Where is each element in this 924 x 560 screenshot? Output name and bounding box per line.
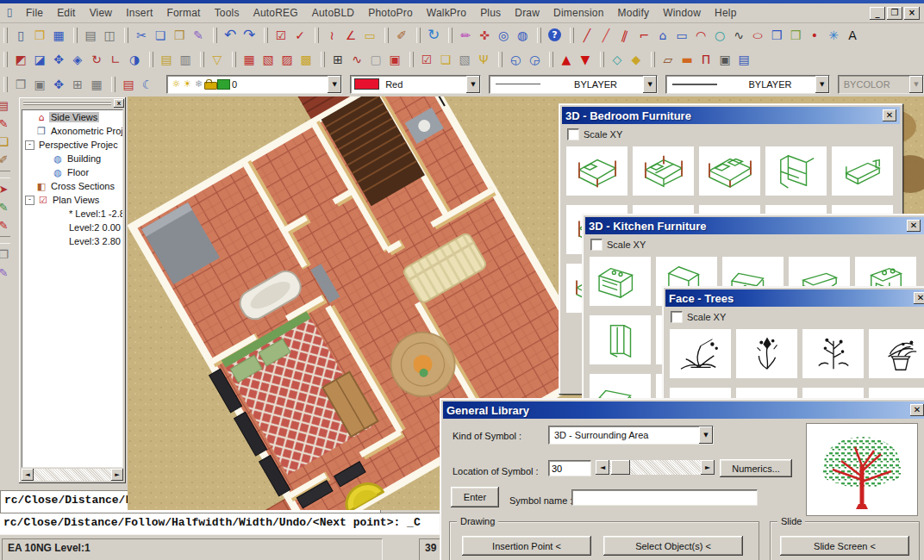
hierarchy-icon[interactable]: Ψ bbox=[474, 51, 493, 69]
view-disc-b-icon[interactable]: ◶ bbox=[525, 51, 544, 69]
tree-item[interactable]: Level:3 2.80 bbox=[22, 234, 122, 248]
numerics-button[interactable]: Numerics... bbox=[720, 459, 792, 477]
named-views-icon[interactable]: ◈ bbox=[68, 51, 87, 69]
general-library-close-icon[interactable]: ✕ bbox=[910, 404, 924, 416]
wall-pen-icon[interactable]: ▨ bbox=[278, 51, 297, 69]
bedroom-dialog-titlebar[interactable]: 3D - Bedroom Furniture ✕ bbox=[562, 107, 900, 124]
dock-pencil2-icon[interactable]: ✎ bbox=[0, 216, 14, 234]
open-file-icon[interactable]: ❐ bbox=[30, 26, 49, 44]
spline-icon[interactable]: ∿ bbox=[729, 26, 748, 44]
insertion-point-button[interactable]: Insertion Point < bbox=[462, 536, 591, 556]
printer-bed-icon[interactable]: ▤ bbox=[734, 51, 753, 69]
lineweight-dropdown-arrow-icon[interactable]: ▼ bbox=[815, 76, 829, 93]
properties-icon[interactable]: ▥ bbox=[176, 51, 195, 69]
menu-edit[interactable]: Edit bbox=[50, 4, 82, 22]
shade-icon[interactable]: ◑ bbox=[125, 51, 144, 69]
location-scroll-thumb[interactable] bbox=[611, 460, 630, 475]
tree-expand-icon[interactable]: - bbox=[25, 140, 34, 150]
lineweight-dropdown[interactable]: BYLAYER ▼ bbox=[665, 75, 830, 94]
layer-state-bulb-icon[interactable]: ☼ bbox=[171, 78, 182, 90]
restore-button[interactable]: ❐ bbox=[887, 7, 902, 20]
scroll-left-icon[interactable]: ◄ bbox=[22, 469, 34, 481]
polyline-edit-icon[interactable]: ≀ bbox=[322, 26, 341, 44]
kind-of-symbol-dropdown[interactable]: 3D - Surrounding Area ▼ bbox=[548, 426, 714, 445]
insert-block-icon[interactable]: ❒ bbox=[767, 26, 786, 44]
bedroom-dialog-close-icon[interactable]: ✕ bbox=[883, 109, 896, 121]
paste-icon[interactable]: ❒ bbox=[170, 26, 189, 44]
tree-item[interactable]: Level:2 0.00 bbox=[22, 221, 122, 234]
new-file-icon[interactable]: ▯ bbox=[11, 26, 30, 44]
chair-icon[interactable]: Π bbox=[696, 51, 715, 69]
wardrobe-icon[interactable]: ▱ bbox=[659, 51, 677, 69]
bedroom-scale-xy-checkbox[interactable] bbox=[567, 128, 579, 140]
print-preview-icon[interactable]: ◫ bbox=[100, 26, 119, 44]
symbol-thumbnail-bunk[interactable] bbox=[765, 146, 827, 196]
menu-help[interactable]: Help bbox=[708, 4, 743, 22]
redo-icon[interactable]: ↷ bbox=[240, 26, 259, 44]
arc-icon[interactable]: ◠ bbox=[691, 26, 710, 44]
close-button[interactable]: × bbox=[904, 7, 920, 20]
zoom-realtime-icon[interactable]: ✜ bbox=[475, 26, 494, 44]
store-window-icon[interactable]: ▦ bbox=[87, 75, 106, 93]
copy-entities-icon[interactable]: ❏ bbox=[436, 51, 455, 69]
symbol-thumbnail-plant-4[interactable] bbox=[869, 329, 924, 378]
circle-icon[interactable]: ○ bbox=[710, 26, 729, 44]
color-dropdown[interactable]: Red ▼ bbox=[350, 75, 481, 94]
dock-pencil-grn-icon[interactable]: ✎ bbox=[0, 198, 14, 216]
layer-state-chip-icon[interactable] bbox=[217, 79, 230, 90]
location-scrollbar[interactable]: ◄ ► bbox=[596, 460, 715, 475]
multiline-icon[interactable]: ∥ bbox=[613, 23, 636, 47]
wall-dimension-icon[interactable]: ▩ bbox=[297, 51, 315, 69]
scroll-right-icon[interactable]: ► bbox=[111, 469, 123, 481]
kitchen-scale-xy-checkbox[interactable] bbox=[590, 239, 602, 251]
menu-autoreg[interactable]: AutoREG bbox=[247, 4, 305, 22]
tree-item[interactable]: * Level:1 -2.8 bbox=[22, 207, 122, 221]
render-moon-icon[interactable]: ☾ bbox=[138, 75, 157, 93]
symbol-thumbnail-bed-single[interactable] bbox=[832, 146, 893, 196]
box-3d-icon[interactable]: ▧ bbox=[455, 51, 474, 69]
tree-item[interactable]: ◍Building bbox=[22, 152, 122, 165]
couch-icon[interactable]: ▬ bbox=[677, 51, 696, 69]
dim-check-icon[interactable]: ✓ bbox=[290, 26, 309, 44]
menu-format[interactable]: Format bbox=[159, 4, 207, 22]
layer-state-freeze-icon[interactable]: ❄ bbox=[193, 78, 204, 90]
door-panel-icon[interactable]: ❐ bbox=[11, 75, 30, 93]
check-pencil-icon[interactable]: ☑ bbox=[417, 51, 436, 69]
rotate-view-icon[interactable]: ↻ bbox=[87, 51, 106, 69]
menu-window[interactable]: Window bbox=[656, 4, 708, 22]
menu-plus[interactable]: Plus bbox=[473, 4, 508, 22]
polygon-icon[interactable]: ⌂ bbox=[653, 26, 672, 44]
menu-modify[interactable]: Modify bbox=[611, 4, 657, 22]
construction-line-icon[interactable]: ╱ bbox=[596, 26, 615, 44]
palette-titlebar[interactable]: x bbox=[19, 97, 126, 109]
menu-draw[interactable]: Draw bbox=[508, 4, 546, 22]
select-objects-button[interactable]: Select Object(s) < bbox=[603, 536, 743, 556]
location-scroll-track[interactable] bbox=[609, 460, 701, 475]
palette-scrollbar[interactable]: ◄ ► bbox=[22, 469, 123, 481]
symbol-thumbnail-stove[interactable] bbox=[590, 257, 651, 306]
format-painter-icon[interactable]: ✎ bbox=[189, 26, 208, 44]
menu-photopro[interactable]: PhotoPro bbox=[361, 4, 420, 22]
view-top-icon[interactable]: ◩ bbox=[11, 51, 30, 69]
copy-icon[interactable]: ❏ bbox=[151, 26, 170, 44]
move-views-icon[interactable]: ✥ bbox=[49, 75, 68, 93]
blank-box-icon[interactable]: ▢ bbox=[366, 51, 385, 69]
menu-tools[interactable]: Tools bbox=[208, 4, 247, 22]
rectangle-icon[interactable]: ▭ bbox=[672, 26, 691, 44]
tree-expand-icon[interactable]: - bbox=[25, 196, 34, 205]
layer-state-lock-icon[interactable] bbox=[204, 78, 217, 90]
menu-autobld[interactable]: AutoBLD bbox=[305, 4, 361, 22]
layers-icon[interactable]: ▤ bbox=[157, 51, 176, 69]
trees-dialog-titlebar[interactable]: Face - Trees ✕ bbox=[665, 289, 924, 307]
symbol-thumbnail-fridge[interactable] bbox=[590, 315, 651, 364]
point-icon[interactable]: • bbox=[805, 26, 824, 44]
dock-layers-icon[interactable]: ▤ bbox=[0, 96, 14, 115]
dock-pencil-red-icon[interactable]: ✎ bbox=[0, 115, 14, 133]
solid-edit-a-icon[interactable]: ◇ bbox=[608, 51, 627, 69]
tree-item[interactable]: -Perspective Projec bbox=[22, 138, 122, 152]
palette-close-icon[interactable]: x bbox=[114, 99, 124, 108]
undo-icon[interactable]: ↶ bbox=[221, 26, 240, 44]
scroll-track[interactable] bbox=[34, 469, 111, 481]
layer-control-dropdown[interactable]: ☼☀❄ 0 ▼ bbox=[166, 75, 342, 94]
switch-line-icon[interactable]: ∿ bbox=[347, 51, 366, 69]
